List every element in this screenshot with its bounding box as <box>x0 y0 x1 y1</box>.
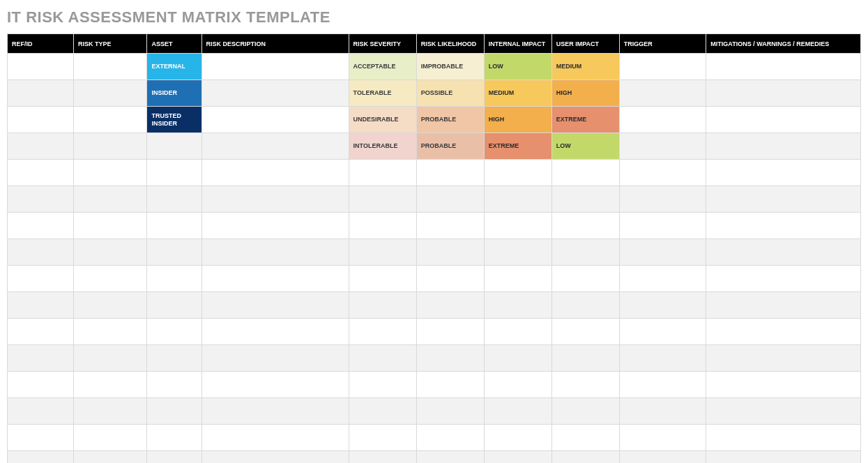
cell-mitig[interactable] <box>706 345 861 372</box>
cell-severity[interactable] <box>349 425 416 451</box>
cell-likelihood[interactable] <box>416 160 484 186</box>
table-row[interactable] <box>8 239 861 266</box>
cell-trigger[interactable] <box>619 54 706 80</box>
cell-internal[interactable] <box>484 292 551 319</box>
cell-user[interactable] <box>551 239 619 266</box>
cell-severity[interactable]: ACCEPTABLE <box>349 54 416 80</box>
cell-mitig[interactable] <box>706 186 861 213</box>
cell-likelihood[interactable]: PROBABLE <box>416 133 484 160</box>
table-row[interactable] <box>8 451 861 464</box>
cell-asset[interactable]: INSIDER <box>147 80 201 107</box>
cell-severity[interactable] <box>349 319 416 345</box>
cell-asset[interactable] <box>147 186 201 213</box>
cell-riskdesc[interactable] <box>201 451 349 464</box>
cell-mitig[interactable] <box>706 425 861 451</box>
cell-trigger[interactable] <box>619 213 706 239</box>
cell-severity[interactable]: TOLERABLE <box>349 80 416 107</box>
cell-risktype[interactable] <box>73 425 147 451</box>
cell-mitig[interactable] <box>706 319 861 345</box>
cell-mitig[interactable] <box>706 292 861 319</box>
table-row[interactable] <box>8 292 861 319</box>
cell-refid[interactable] <box>8 186 74 213</box>
cell-severity[interactable] <box>349 213 416 239</box>
cell-riskdesc[interactable] <box>201 80 349 107</box>
cell-asset[interactable] <box>147 266 201 292</box>
cell-asset[interactable] <box>147 425 201 451</box>
cell-asset[interactable] <box>147 292 201 319</box>
cell-risktype[interactable] <box>73 266 147 292</box>
cell-trigger[interactable] <box>619 398 706 425</box>
cell-likelihood[interactable] <box>416 425 484 451</box>
cell-refid[interactable] <box>8 425 74 451</box>
cell-riskdesc[interactable] <box>201 107 349 133</box>
table-row[interactable] <box>8 266 861 292</box>
cell-trigger[interactable] <box>619 160 706 186</box>
cell-trigger[interactable] <box>619 186 706 213</box>
cell-internal[interactable]: LOW <box>484 54 551 80</box>
cell-user[interactable] <box>551 425 619 451</box>
cell-trigger[interactable] <box>619 319 706 345</box>
cell-trigger[interactable] <box>619 451 706 464</box>
cell-asset[interactable] <box>147 451 201 464</box>
cell-user[interactable] <box>551 398 619 425</box>
cell-internal[interactable] <box>484 398 551 425</box>
cell-user[interactable] <box>551 213 619 239</box>
cell-user[interactable] <box>551 319 619 345</box>
cell-likelihood[interactable] <box>416 345 484 372</box>
cell-user[interactable]: LOW <box>551 133 619 160</box>
cell-internal[interactable] <box>484 425 551 451</box>
table-row[interactable]: INSIDERTOLERABLEPOSSIBLEMEDIUMHIGH <box>8 80 861 107</box>
cell-risktype[interactable] <box>73 451 147 464</box>
cell-severity[interactable] <box>349 186 416 213</box>
cell-likelihood[interactable] <box>416 213 484 239</box>
cell-likelihood[interactable] <box>416 372 484 398</box>
cell-trigger[interactable] <box>619 266 706 292</box>
cell-internal[interactable]: HIGH <box>484 107 551 133</box>
cell-trigger[interactable] <box>619 133 706 160</box>
cell-user[interactable]: HIGH <box>551 80 619 107</box>
cell-riskdesc[interactable] <box>201 160 349 186</box>
cell-severity[interactable] <box>349 345 416 372</box>
cell-asset[interactable] <box>147 133 201 160</box>
cell-mitig[interactable] <box>706 372 861 398</box>
cell-asset[interactable] <box>147 239 201 266</box>
cell-mitig[interactable] <box>706 133 861 160</box>
cell-likelihood[interactable] <box>416 398 484 425</box>
cell-trigger[interactable] <box>619 292 706 319</box>
cell-internal[interactable] <box>484 266 551 292</box>
table-row[interactable]: TRUSTED INSIDERUNDESIRABLEPROBABLEHIGHEX… <box>8 107 861 133</box>
cell-asset[interactable] <box>147 160 201 186</box>
cell-internal[interactable] <box>484 319 551 345</box>
table-row[interactable] <box>8 345 861 372</box>
cell-riskdesc[interactable] <box>201 213 349 239</box>
cell-risktype[interactable] <box>73 372 147 398</box>
cell-refid[interactable] <box>8 266 74 292</box>
cell-internal[interactable] <box>484 372 551 398</box>
cell-riskdesc[interactable] <box>201 54 349 80</box>
cell-refid[interactable] <box>8 398 74 425</box>
cell-risktype[interactable] <box>73 345 147 372</box>
cell-trigger[interactable] <box>619 372 706 398</box>
cell-severity[interactable] <box>349 398 416 425</box>
cell-severity[interactable] <box>349 292 416 319</box>
table-row[interactable]: EXTERNALACCEPTABLEIMPROBABLELOWMEDIUM <box>8 54 861 80</box>
cell-riskdesc[interactable] <box>201 345 349 372</box>
table-row[interactable] <box>8 372 861 398</box>
cell-user[interactable] <box>551 451 619 464</box>
cell-likelihood[interactable]: POSSIBLE <box>416 80 484 107</box>
cell-trigger[interactable] <box>619 345 706 372</box>
table-row[interactable]: INTOLERABLEPROBABLEEXTREMELOW <box>8 133 861 160</box>
cell-risktype[interactable] <box>73 80 147 107</box>
cell-risktype[interactable] <box>73 213 147 239</box>
cell-likelihood[interactable] <box>416 266 484 292</box>
cell-risktype[interactable] <box>73 398 147 425</box>
cell-likelihood[interactable] <box>416 319 484 345</box>
cell-riskdesc[interactable] <box>201 292 349 319</box>
cell-risktype[interactable] <box>73 319 147 345</box>
cell-user[interactable] <box>551 345 619 372</box>
cell-user[interactable] <box>551 266 619 292</box>
cell-asset[interactable] <box>147 345 201 372</box>
cell-riskdesc[interactable] <box>201 186 349 213</box>
cell-severity[interactable] <box>349 372 416 398</box>
cell-mitig[interactable] <box>706 80 861 107</box>
